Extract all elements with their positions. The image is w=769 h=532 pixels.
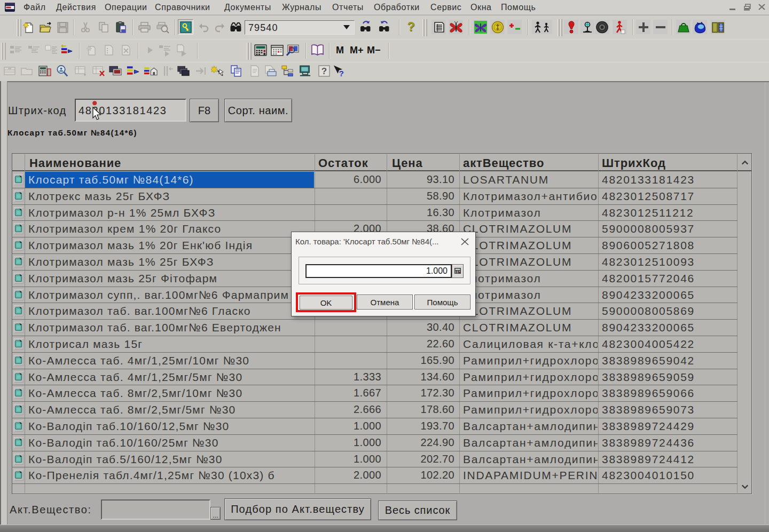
svg-text:?: ? [321, 66, 326, 76]
svg-text:?: ? [339, 68, 344, 77]
